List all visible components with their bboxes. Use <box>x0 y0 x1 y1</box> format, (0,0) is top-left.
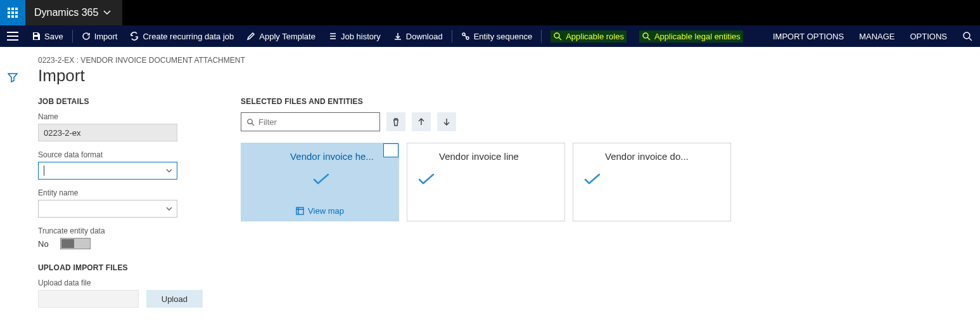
svg-rect-2 <box>15 8 18 10</box>
divider <box>541 30 542 43</box>
waffle-icon <box>8 8 18 18</box>
svg-rect-6 <box>8 15 10 18</box>
filter-icon <box>8 72 18 82</box>
options-menu[interactable]: OPTIONS <box>902 25 955 47</box>
brand-label: Dynamics 365 <box>34 7 98 18</box>
move-down-button[interactable] <box>437 112 456 131</box>
job-history-button[interactable]: Job history <box>322 25 387 47</box>
recurring-button[interactable]: Create recurring data job <box>124 25 240 47</box>
job-details-panel: JOB DETAILS Name Source data format Enti… <box>38 97 203 308</box>
entity-name-select[interactable] <box>38 200 177 218</box>
arrow-down-icon <box>442 117 451 126</box>
entity-sequence-label: Entity sequence <box>474 32 533 41</box>
import-options-label: IMPORT OPTIONS <box>773 32 844 41</box>
chevron-down-icon <box>103 9 111 16</box>
upload-button[interactable]: Upload <box>146 290 203 308</box>
svg-point-17 <box>643 33 648 38</box>
nav-toggle[interactable] <box>0 25 25 47</box>
import-button[interactable]: Import <box>75 25 124 47</box>
applicable-entities-label: Applicable legal entities <box>654 32 741 41</box>
svg-rect-9 <box>7 32 18 33</box>
truncate-value: No <box>38 239 49 249</box>
manage-menu[interactable]: MANAGE <box>851 25 902 47</box>
topbar: Dynamics 365 <box>0 0 980 25</box>
chevron-down-icon <box>165 167 173 176</box>
search-icon <box>962 31 972 41</box>
svg-rect-13 <box>34 37 38 39</box>
refresh-icon <box>82 32 91 41</box>
name-input[interactable] <box>38 124 177 141</box>
hamburger-icon <box>7 32 18 41</box>
svg-point-18 <box>964 32 970 39</box>
breadcrumb: 0223-2-EX : VENDOR INVOICE DOCUMENT ATTA… <box>38 56 967 65</box>
svg-rect-4 <box>11 11 14 14</box>
filter-rail-button[interactable] <box>8 72 18 320</box>
brand-menu[interactable]: Dynamics 365 <box>25 0 122 25</box>
app-launcher[interactable] <box>0 0 25 25</box>
view-map-link[interactable]: View map <box>296 206 344 216</box>
upload-label: Upload data file <box>38 278 203 287</box>
search-icon <box>553 32 562 41</box>
apply-template-button[interactable]: Apply Template <box>240 25 322 47</box>
job-details-heading: JOB DETAILS <box>38 97 203 106</box>
check-icon <box>312 173 330 188</box>
delete-button[interactable] <box>386 112 405 131</box>
entity-card[interactable]: Vendor invoice do... <box>573 143 731 221</box>
entity-sequence-button[interactable]: Entity sequence <box>455 25 539 47</box>
svg-rect-7 <box>11 15 14 18</box>
svg-rect-11 <box>7 39 18 41</box>
svg-point-19 <box>248 119 252 123</box>
save-icon <box>32 32 41 41</box>
page-title: Import <box>38 66 967 86</box>
arrow-up-icon <box>417 117 426 126</box>
card-checkbox[interactable] <box>383 143 398 157</box>
name-label: Name <box>38 112 203 121</box>
download-button[interactable]: Download <box>387 25 449 47</box>
manage-label: MANAGE <box>859 32 894 41</box>
upload-file-field[interactable] <box>38 290 139 308</box>
main-area: 0223-2-EX : VENDOR INVOICE DOCUMENT ATTA… <box>0 47 980 320</box>
save-label: Save <box>44 32 63 41</box>
entity-cards: Vendor invoice he... View map Vendor inv… <box>241 143 967 221</box>
svg-rect-5 <box>15 11 18 14</box>
upload-button-label: Upload <box>162 294 188 304</box>
svg-point-16 <box>554 33 559 38</box>
source-format-label: Source data format <box>38 150 203 159</box>
svg-rect-12 <box>34 33 37 35</box>
recurring-label: Create recurring data job <box>143 32 234 41</box>
move-up-button[interactable] <box>412 112 431 131</box>
global-search-button[interactable] <box>955 25 980 47</box>
apply-template-label: Apply Template <box>259 32 315 41</box>
left-rail <box>0 47 25 320</box>
applicable-roles-label: Applicable roles <box>566 32 624 41</box>
svg-rect-10 <box>7 36 18 37</box>
applicable-entities-button[interactable]: Applicable legal entities <box>633 25 749 47</box>
import-label: Import <box>94 32 118 41</box>
map-icon <box>296 207 304 215</box>
trash-icon <box>391 117 400 126</box>
svg-rect-3 <box>8 11 10 14</box>
search-icon <box>642 32 651 41</box>
download-icon <box>393 32 402 41</box>
truncate-toggle[interactable] <box>60 238 91 249</box>
job-history-label: Job history <box>341 32 381 41</box>
filter-input[interactable] <box>258 117 374 127</box>
truncate-label: Truncate entity data <box>38 226 203 235</box>
source-format-select[interactable] <box>38 162 177 180</box>
card-title: Vendor invoice he... <box>290 151 374 162</box>
upload-heading: UPLOAD IMPORT FILES <box>38 263 203 272</box>
import-options-menu[interactable]: IMPORT OPTIONS <box>765 25 851 47</box>
view-map-label: View map <box>308 206 344 216</box>
filter-box[interactable] <box>241 112 380 131</box>
applicable-roles-button[interactable]: Applicable roles <box>544 25 633 47</box>
entity-card[interactable]: Vendor invoice line <box>407 143 565 221</box>
divider <box>72 30 73 43</box>
content: 0223-2-EX : VENDOR INVOICE DOCUMENT ATTA… <box>25 47 980 320</box>
list-icon <box>328 32 337 41</box>
selected-files-heading: SELECTED FILES AND ENTITIES <box>241 97 967 106</box>
save-button[interactable]: Save <box>25 25 70 47</box>
svg-rect-20 <box>296 207 303 214</box>
pencil-icon <box>246 32 255 41</box>
svg-rect-0 <box>8 8 10 10</box>
entity-card[interactable]: Vendor invoice he... View map <box>241 143 399 221</box>
